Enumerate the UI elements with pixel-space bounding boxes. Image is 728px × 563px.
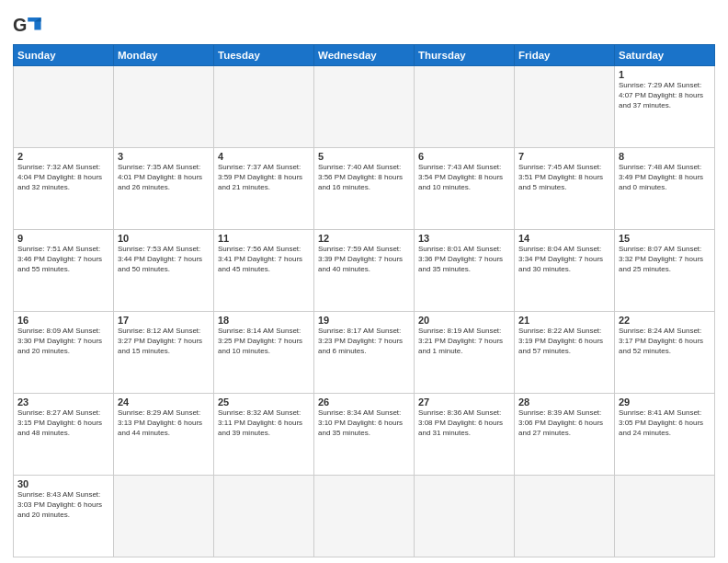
logo: G [13,13,50,39]
day-cell: 9Sunrise: 7:51 AM Sunset: 3:46 PM Daylig… [14,230,114,312]
day-number: 11 [218,233,310,244]
weekday-friday: Friday [515,45,615,66]
day-cell: 8Sunrise: 7:48 AM Sunset: 3:49 PM Daylig… [615,148,715,230]
day-number: 25 [218,396,310,408]
day-info: Sunrise: 8:32 AM Sunset: 3:11 PM Dayligh… [218,408,310,438]
calendar-body: 1Sunrise: 7:29 AM Sunset: 4:07 PM Daylig… [14,66,715,557]
day-cell: 13Sunrise: 8:01 AM Sunset: 3:36 PM Dayli… [415,230,515,312]
day-cell: 25Sunrise: 8:32 AM Sunset: 3:11 PM Dayli… [214,394,314,476]
day-cell: 16Sunrise: 8:09 AM Sunset: 3:30 PM Dayli… [14,312,114,394]
day-info: Sunrise: 7:32 AM Sunset: 4:04 PM Dayligh… [17,163,109,192]
day-cell [214,476,314,557]
day-cell: 15Sunrise: 8:07 AM Sunset: 3:32 PM Dayli… [615,230,715,312]
day-number: 7 [518,151,610,162]
day-cell: 3Sunrise: 7:35 AM Sunset: 4:01 PM Daylig… [114,148,214,230]
day-cell [515,66,615,148]
day-number: 12 [318,233,410,244]
day-number: 2 [17,151,109,162]
day-number: 15 [619,233,711,244]
day-cell: 27Sunrise: 8:36 AM Sunset: 3:08 PM Dayli… [415,394,515,476]
day-number: 18 [218,315,310,326]
weekday-wednesday: Wednesday [314,45,415,66]
day-cell: 11Sunrise: 7:56 AM Sunset: 3:41 PM Dayli… [214,230,314,312]
day-info: Sunrise: 7:51 AM Sunset: 3:46 PM Dayligh… [17,245,109,274]
day-info: Sunrise: 8:39 AM Sunset: 3:06 PM Dayligh… [518,408,610,438]
day-info: Sunrise: 8:19 AM Sunset: 3:21 PM Dayligh… [418,327,510,356]
week-row-2: 9Sunrise: 7:51 AM Sunset: 3:46 PM Daylig… [14,230,715,312]
calendar: SundayMondayTuesdayWednesdayThursdayFrid… [13,44,715,557]
day-number: 20 [418,315,510,326]
day-info: Sunrise: 8:43 AM Sunset: 3:03 PM Dayligh… [17,490,109,520]
day-number: 23 [17,396,109,408]
weekday-thursday: Thursday [415,45,515,66]
day-cell: 17Sunrise: 8:12 AM Sunset: 3:27 PM Dayli… [114,312,214,394]
day-info: Sunrise: 7:56 AM Sunset: 3:41 PM Dayligh… [218,245,310,274]
weekday-monday: Monday [114,45,214,66]
day-number: 17 [118,315,210,326]
day-info: Sunrise: 8:27 AM Sunset: 3:15 PM Dayligh… [17,408,109,438]
day-info: Sunrise: 8:09 AM Sunset: 3:30 PM Dayligh… [17,327,109,356]
day-number: 8 [619,151,711,162]
day-number: 16 [17,315,109,326]
day-cell: 10Sunrise: 7:53 AM Sunset: 3:44 PM Dayli… [114,230,214,312]
day-number: 5 [318,151,410,162]
day-info: Sunrise: 7:35 AM Sunset: 4:01 PM Dayligh… [118,163,210,192]
day-cell: 30Sunrise: 8:43 AM Sunset: 3:03 PM Dayli… [14,476,114,557]
day-info: Sunrise: 8:12 AM Sunset: 3:27 PM Dayligh… [118,327,210,356]
day-info: Sunrise: 8:29 AM Sunset: 3:13 PM Dayligh… [118,408,210,438]
week-row-5: 30Sunrise: 8:43 AM Sunset: 3:03 PM Dayli… [14,476,715,557]
day-info: Sunrise: 8:17 AM Sunset: 3:23 PM Dayligh… [318,327,410,356]
day-info: Sunrise: 8:22 AM Sunset: 3:19 PM Dayligh… [518,327,610,356]
day-number: 21 [518,315,610,326]
day-info: Sunrise: 8:34 AM Sunset: 3:10 PM Dayligh… [318,408,410,438]
weekday-sunday: Sunday [14,45,114,66]
day-cell: 19Sunrise: 8:17 AM Sunset: 3:23 PM Dayli… [314,312,415,394]
day-info: Sunrise: 7:40 AM Sunset: 3:56 PM Dayligh… [318,163,410,192]
day-cell: 21Sunrise: 8:22 AM Sunset: 3:19 PM Dayli… [515,312,615,394]
day-cell: 14Sunrise: 8:04 AM Sunset: 3:34 PM Dayli… [515,230,615,312]
day-info: Sunrise: 7:43 AM Sunset: 3:54 PM Dayligh… [418,163,510,192]
week-row-4: 23Sunrise: 8:27 AM Sunset: 3:15 PM Dayli… [14,394,715,476]
day-cell [615,476,715,557]
logo-icon: G [13,13,46,39]
day-number: 29 [619,396,711,408]
day-number: 14 [518,233,610,244]
day-info: Sunrise: 7:37 AM Sunset: 3:59 PM Dayligh… [218,163,310,192]
day-number: 22 [619,315,711,326]
day-info: Sunrise: 8:14 AM Sunset: 3:25 PM Dayligh… [218,327,310,356]
svg-text:G: G [13,15,27,35]
week-row-1: 2Sunrise: 7:32 AM Sunset: 4:04 PM Daylig… [14,148,715,230]
day-number: 4 [218,151,310,162]
day-info: Sunrise: 8:41 AM Sunset: 3:05 PM Dayligh… [619,408,711,438]
calendar-header: SundayMondayTuesdayWednesdayThursdayFrid… [14,45,715,66]
day-number: 10 [118,233,210,244]
day-number: 13 [418,233,510,244]
day-info: Sunrise: 8:24 AM Sunset: 3:17 PM Dayligh… [619,327,711,356]
day-cell: 28Sunrise: 8:39 AM Sunset: 3:06 PM Dayli… [515,394,615,476]
day-cell [415,66,515,148]
day-cell [114,66,214,148]
day-info: Sunrise: 8:36 AM Sunset: 3:08 PM Dayligh… [418,408,510,438]
day-number: 6 [418,151,510,162]
day-cell: 26Sunrise: 8:34 AM Sunset: 3:10 PM Dayli… [314,394,415,476]
day-cell [515,476,615,557]
week-row-0: 1Sunrise: 7:29 AM Sunset: 4:07 PM Daylig… [14,66,715,148]
day-cell [415,476,515,557]
day-cell: 2Sunrise: 7:32 AM Sunset: 4:04 PM Daylig… [14,148,114,230]
day-cell: 7Sunrise: 7:45 AM Sunset: 3:51 PM Daylig… [515,148,615,230]
day-info: Sunrise: 7:53 AM Sunset: 3:44 PM Dayligh… [118,245,210,274]
day-cell [314,476,415,557]
day-cell [314,66,415,148]
day-info: Sunrise: 8:01 AM Sunset: 3:36 PM Dayligh… [418,245,510,274]
day-number: 30 [17,478,109,489]
day-cell: 18Sunrise: 8:14 AM Sunset: 3:25 PM Dayli… [214,312,314,394]
day-cell: 24Sunrise: 8:29 AM Sunset: 3:13 PM Dayli… [114,394,214,476]
day-number: 28 [518,396,610,408]
page: G SundayMondayTuesdayWednesdayThursdayFr… [0,0,728,563]
day-number: 26 [318,396,410,408]
day-cell [214,66,314,148]
day-number: 1 [619,69,711,80]
day-info: Sunrise: 7:45 AM Sunset: 3:51 PM Dayligh… [518,163,610,192]
week-row-3: 16Sunrise: 8:09 AM Sunset: 3:30 PM Dayli… [14,312,715,394]
day-cell [114,476,214,557]
